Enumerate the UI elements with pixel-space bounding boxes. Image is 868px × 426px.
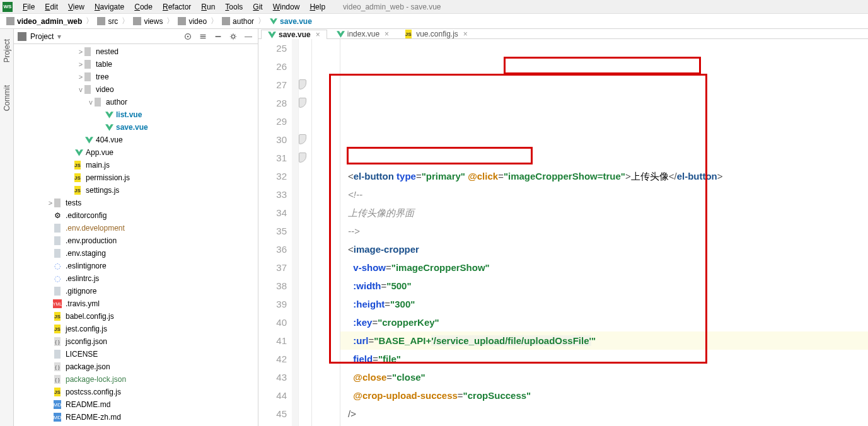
close-icon[interactable]: × — [385, 30, 389, 38]
menu-refactor[interactable]: Refactor — [158, 3, 196, 11]
line-number[interactable]: 36 — [258, 240, 287, 258]
code-line[interactable]: <el-button type="primary" @click="imageC… — [343, 167, 868, 185]
line-number[interactable]: 39 — [258, 295, 287, 313]
tree-item[interactable]: { }jsconfig.json — [14, 335, 258, 348]
line-number[interactable]: 25 — [258, 39, 287, 57]
chevron-icon[interactable]: > — [77, 48, 84, 55]
line-number[interactable]: 27 — [258, 76, 287, 94]
line-number[interactable]: 33 — [258, 185, 287, 204]
editor[interactable]: 2526272829303132333435363738394041424344… — [258, 39, 868, 426]
code-line[interactable]: --> — [343, 222, 868, 240]
menu-edit[interactable]: Edit — [40, 3, 63, 11]
tree-item[interactable]: JSpermission.js — [14, 171, 258, 184]
editor-tab[interactable]: JSvue.config.js× — [398, 29, 475, 38]
editor-tab[interactable]: save.vue× — [261, 30, 327, 39]
tree-item[interactable]: MDREADME.md — [14, 398, 258, 411]
line-number[interactable]: 38 — [258, 277, 287, 295]
code-line[interactable]: @crop-upload-success="cropSuccess" — [343, 386, 868, 405]
code-line[interactable]: 上传头像的界面 — [343, 204, 868, 222]
expand-all-icon[interactable] — [197, 31, 209, 42]
menu-code[interactable]: Code — [129, 3, 158, 11]
line-number[interactable]: 45 — [258, 405, 287, 423]
gutter[interactable]: 2526272829303132333435363738394041424344… — [258, 39, 299, 426]
breadcrumb-item[interactable]: views — [130, 17, 165, 26]
code-line[interactable]: field="file" — [343, 350, 868, 368]
menu-navigate[interactable]: Navigate — [90, 3, 129, 11]
breadcrumb-item[interactable]: video — [175, 17, 209, 26]
code-content[interactable]: <el-button type="primary" @click="imageC… — [340, 39, 868, 426]
menu-run[interactable]: Run — [196, 3, 220, 11]
tree-item[interactable]: save.vue — [14, 121, 258, 134]
select-opened-icon[interactable] — [182, 31, 194, 42]
line-number[interactable]: 44 — [258, 386, 287, 405]
tree-item[interactable]: 404.vue — [14, 134, 258, 146]
tree-item[interactable]: vvideo — [14, 83, 258, 96]
tree-item[interactable]: >tests — [14, 197, 258, 209]
line-number[interactable]: 42 — [258, 350, 287, 368]
fold-markers[interactable] — [299, 39, 311, 426]
code-line[interactable] — [343, 149, 868, 167]
close-icon[interactable]: × — [316, 30, 320, 39]
breadcrumb-item[interactable]: save.vue — [267, 17, 315, 26]
tree-item[interactable]: .env.staging — [14, 247, 258, 260]
line-number[interactable]: 40 — [258, 313, 287, 331]
line-number[interactable]: 41 — [258, 331, 287, 350]
tree-item[interactable]: .env.development — [14, 222, 258, 234]
project-label[interactable]: Project — [30, 32, 54, 41]
tree-item[interactable]: JSsettings.js — [14, 184, 258, 197]
tree-item[interactable]: vauthor — [14, 96, 258, 108]
breadcrumb-item[interactable]: author — [219, 17, 257, 26]
code-line[interactable]: :width="500" — [343, 277, 868, 295]
chevron-down-icon[interactable]: ▾ — [57, 32, 61, 41]
code-line[interactable]: /> — [343, 405, 868, 423]
code-line[interactable]: </el-form-item> — [343, 423, 868, 426]
chevron-icon[interactable]: v — [77, 86, 84, 93]
hide-icon[interactable]: — — [243, 31, 254, 42]
line-number[interactable]: 43 — [258, 368, 287, 386]
tree-item[interactable]: JSmain.js — [14, 159, 258, 171]
collapse-all-icon[interactable] — [212, 31, 224, 42]
tree-item[interactable]: YML.travis.yml — [14, 297, 258, 310]
line-number[interactable]: 35 — [258, 222, 287, 240]
tree-item[interactable]: ◌.eslintignore — [14, 260, 258, 272]
tree-item[interactable]: >table — [14, 58, 258, 71]
tree-item[interactable]: >tree — [14, 71, 258, 83]
tree-item[interactable]: ⚙.editorconfig — [14, 209, 258, 222]
tree-item[interactable]: JSbabel.config.js — [14, 310, 258, 323]
line-number[interactable]: 37 — [258, 258, 287, 277]
tree-item[interactable]: .env.production — [14, 234, 258, 247]
fold-marker-icon[interactable] — [299, 153, 306, 163]
tree-item[interactable]: MDREADME-zh.md — [14, 411, 258, 423]
chevron-icon[interactable]: > — [77, 60, 84, 68]
close-icon[interactable]: × — [463, 30, 468, 38]
code-line[interactable]: :key="cropperKey" — [343, 313, 868, 331]
tree-item[interactable]: JSpostcss.config.js — [14, 386, 258, 398]
project-tree[interactable]: >nested>table>treevvideovauthorlist.vues… — [14, 44, 258, 426]
tab-project[interactable]: Project — [3, 34, 11, 67]
tree-item[interactable]: App.vue — [14, 146, 258, 159]
menu-view[interactable]: View — [63, 3, 90, 11]
tab-commit[interactable]: Commit — [3, 80, 11, 116]
menu-help[interactable]: Help — [304, 3, 330, 11]
line-number[interactable]: 26 — [258, 57, 287, 76]
line-number[interactable]: 34 — [258, 204, 287, 222]
chevron-icon[interactable]: v — [87, 98, 95, 106]
fold-marker-icon[interactable] — [299, 79, 306, 89]
code-line[interactable]: @close="close" — [343, 368, 868, 386]
tree-item[interactable]: .gitignore — [14, 285, 258, 297]
tree-item[interactable]: JSjest.config.js — [14, 323, 258, 335]
fold-marker-icon[interactable] — [299, 98, 306, 108]
menu-git[interactable]: Git — [248, 3, 267, 11]
editor-tab[interactable]: index.vue× — [330, 29, 396, 38]
tree-item[interactable]: >nested — [14, 45, 258, 58]
tree-item[interactable]: LICENSE — [14, 348, 258, 360]
fold-marker-icon[interactable] — [299, 134, 306, 144]
menu-tools[interactable]: Tools — [220, 3, 248, 11]
code-line[interactable]: :height="300" — [343, 295, 868, 313]
menu-file[interactable]: File — [18, 3, 40, 11]
line-number[interactable]: 28 — [258, 94, 287, 112]
line-number[interactable]: 30 — [258, 130, 287, 149]
code-line[interactable]: <image-cropper — [343, 240, 868, 258]
tree-item[interactable]: ◌.eslintrc.js — [14, 272, 258, 285]
line-number[interactable]: 32 — [258, 167, 287, 185]
